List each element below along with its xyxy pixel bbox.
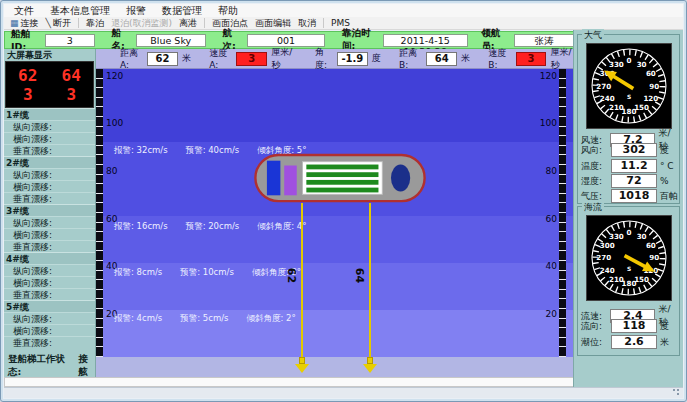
- svg-text:30: 30: [637, 60, 647, 69]
- gangway-status-label: 登船梯工作状态:: [8, 353, 70, 377]
- main-area: 距离A: 62 米 速度A: 3 厘米/秒 角度: -1.9 度 距离B: 64…: [96, 49, 576, 377]
- warn-value: 预警: 10cm/s: [180, 267, 234, 279]
- ship-id-field[interactable]: 3: [45, 34, 95, 47]
- cable-1-header: 1#缆: [4, 108, 95, 120]
- wind-direction-label: 风向:: [581, 144, 608, 157]
- menu-basic-info[interactable]: 基本信息管理: [50, 4, 110, 18]
- cable-1-lateral-drift: 横向漂移:: [4, 132, 95, 144]
- cable-4-vertical-drift: 垂直漂移:: [4, 288, 95, 300]
- wind-direction-unit: 度: [660, 144, 669, 157]
- resize-grip[interactable]: [672, 388, 681, 396]
- cable-3-header: 3#缆: [4, 204, 95, 216]
- menu-bar: 文件 基本信息管理 报警 数据管理 帮助: [4, 4, 683, 17]
- cable-3-longitudinal-drift: 纵向漂移:: [4, 216, 95, 228]
- warn-value: 预警: 5cm/s: [180, 313, 228, 325]
- menu-help[interactable]: 帮助: [218, 4, 238, 18]
- cable-2-longitudinal-drift: 纵向漂移:: [4, 168, 95, 180]
- temperature-value: 11.2: [611, 159, 657, 173]
- screen-edit-button[interactable]: 画面编辑: [255, 17, 291, 30]
- connect-icon: ▦: [10, 18, 19, 28]
- svg-text:240: 240: [600, 266, 615, 275]
- svg-text:90: 90: [649, 254, 659, 263]
- wind-direction-value: 302: [611, 143, 657, 157]
- svg-text:210: 210: [609, 103, 624, 112]
- distance-a-value: 62: [147, 52, 178, 66]
- alarm-value: 报警: 32cm/s: [114, 145, 168, 157]
- quay-strip: [96, 357, 576, 379]
- deck-stripe: [306, 188, 378, 193]
- cable-anchor-a: [295, 357, 309, 373]
- display-distance-a: 62: [18, 66, 37, 85]
- svg-text:270: 270: [596, 254, 611, 263]
- display-speed-b: 3: [66, 85, 76, 104]
- tilt-value: 倾斜角度: 4°: [257, 221, 306, 233]
- left-scale-80: 80: [106, 166, 117, 176]
- toolbar-separator: [78, 18, 79, 28]
- toolbar-separator: [323, 18, 324, 28]
- menu-alarm[interactable]: 报警: [126, 4, 146, 18]
- svg-text:90: 90: [649, 82, 659, 91]
- berth-time-field[interactable]: 2011-4-15 10:30:36: [383, 34, 468, 47]
- cable-5-longitudinal-drift: 纵向漂移:: [4, 312, 95, 324]
- current-direction-value: 118: [611, 319, 657, 333]
- mooring-cable-a: [301, 203, 303, 357]
- environment-panel: 大气 0 30 60 90 120 150 180 210 240 270 30…: [573, 30, 683, 387]
- tide-level-unit: 米: [660, 336, 669, 349]
- disconnect-label: 断开: [53, 17, 71, 30]
- ship-stern-ellipse: [391, 165, 410, 192]
- mooring-cable-b: [369, 203, 371, 357]
- speed-a-label: 速度A:: [209, 47, 232, 70]
- sea-current-groupbox: 海流 0 30 60 90 120 150 180 210 240 270 30…: [577, 206, 680, 356]
- angle-unit: 度: [372, 52, 381, 65]
- cable-1-vertical-drift: 垂直漂移:: [4, 144, 95, 156]
- svg-text:210: 210: [609, 275, 624, 284]
- cancel-button[interactable]: 取消: [298, 17, 316, 30]
- pressure-unit: 百帕: [660, 190, 678, 203]
- gangway-status-value: 接舷: [78, 353, 95, 377]
- sidebar: 大屏幕显示 62 64 3 3 1#缆 纵向漂移: 横向漂移: 垂直漂移: 2#…: [4, 49, 96, 377]
- speed-b-value: 3: [516, 52, 547, 66]
- right-scale-60: 60: [546, 214, 557, 224]
- cable-2-lateral-drift: 横向漂移:: [4, 180, 95, 192]
- humidity-value: 72: [611, 174, 657, 188]
- svg-text:0: 0: [627, 228, 632, 237]
- tilt-value: 倾斜角度: 2°: [246, 313, 295, 325]
- tide-level-row: 潮位: 2.6 米: [581, 335, 669, 349]
- distance-b-value: 64: [426, 52, 457, 66]
- menu-data-mgmt[interactable]: 数据管理: [162, 4, 202, 18]
- wind-direction-gauge: 0 30 60 90 120 150 180 210 240 270 300 3…: [586, 43, 672, 129]
- depth-band: [96, 69, 576, 142]
- left-scale-120: 120: [106, 71, 123, 81]
- distance-b-label: 距离B:: [399, 47, 422, 70]
- current-direction-label: 流向:: [581, 320, 608, 333]
- temperature-unit: ° C: [660, 161, 674, 171]
- disconnect-button[interactable]: ╲ 断开: [46, 17, 71, 30]
- measurement-bar: 距离A: 62 米 速度A: 3 厘米/秒 角度: -1.9 度 距离B: 64…: [96, 49, 576, 69]
- berth-button[interactable]: 靠泊: [86, 17, 104, 30]
- angle-label: 角度:: [315, 46, 333, 72]
- cable-b-distance-label: 64: [353, 268, 366, 283]
- right-scale-20: 20: [546, 309, 557, 319]
- distance-b-unit: 米: [461, 52, 470, 65]
- warn-value: 预警: 20cm/s: [186, 221, 240, 233]
- atmosphere-groupbox: 大气 0 30 60 90 120 150 180 210 240 270 30…: [577, 34, 680, 204]
- svg-text:S: S: [627, 94, 631, 100]
- ship-block-blue: [267, 161, 280, 196]
- svg-text:330: 330: [609, 60, 624, 69]
- humidity-row: 湿度: 72 %: [581, 174, 669, 188]
- cable-a-distance-label: 62: [285, 268, 298, 283]
- cable-4-header: 4#缆: [4, 252, 95, 264]
- depart-button[interactable]: 离港: [179, 17, 197, 30]
- atmosphere-title: 大气: [582, 29, 604, 42]
- svg-text:120: 120: [643, 94, 658, 103]
- svg-text:240: 240: [600, 94, 615, 103]
- svg-text:0: 0: [627, 56, 632, 65]
- ship-name-field[interactable]: Blue Sky: [136, 34, 206, 47]
- temperature-label: 温度:: [581, 160, 608, 173]
- menu-file[interactable]: 文件: [14, 4, 34, 18]
- right-scale-100: 100: [540, 118, 557, 128]
- pressure-value: 1018: [611, 189, 657, 203]
- horizontal-scrollbar[interactable]: [4, 377, 576, 387]
- distance-a-label: 距离A:: [120, 47, 143, 70]
- svg-text:60: 60: [646, 69, 656, 78]
